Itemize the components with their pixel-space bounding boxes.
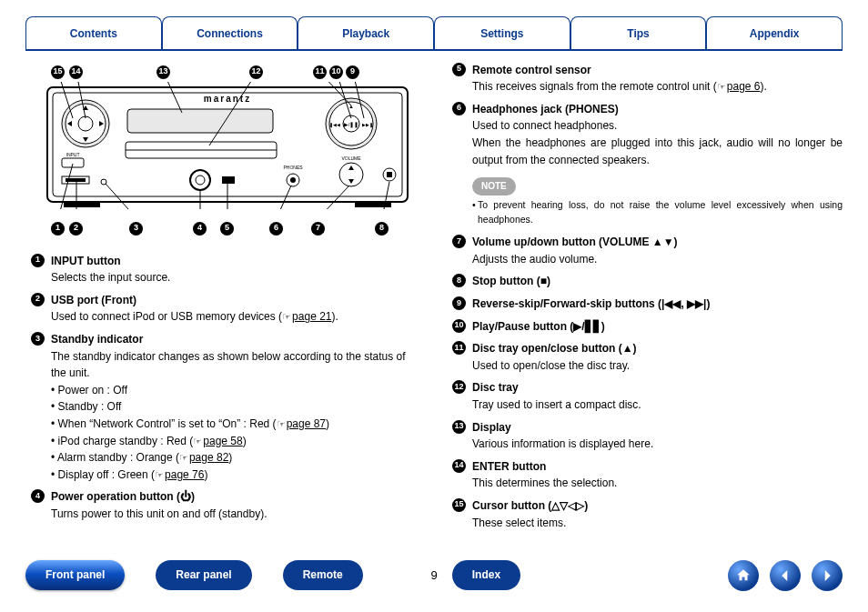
callout-13: 13: [156, 65, 170, 79]
tab-contents[interactable]: Contents: [25, 16, 162, 49]
pageref-58[interactable]: page 58: [193, 435, 242, 447]
entry-9: 9 Reverse-skip/Forward-skip buttons (|◀◀…: [447, 296, 843, 313]
pageref-6[interactable]: page 6: [717, 80, 761, 93]
prev-icon[interactable]: [770, 560, 801, 591]
entry-6: 6 Headphones jack (PHONES) Used to conne…: [447, 101, 843, 168]
callout-6: 6: [269, 222, 283, 236]
tab-appendix[interactable]: Appendix: [706, 16, 843, 49]
callout-15: 15: [51, 65, 65, 79]
bottom-bar: Front panel Rear panel Remote 9 Index: [25, 560, 843, 590]
callout-3: 3: [129, 222, 143, 236]
entry-13: 13 Display Various information is displa…: [447, 419, 843, 453]
svg-text:▶/❚❚: ▶/❚❚: [344, 122, 359, 128]
tab-connections[interactable]: Connections: [162, 16, 298, 49]
right-column: 5 Remote control sensor This receives si…: [447, 62, 843, 537]
entry-3: 3 Standby indicator The standby indicato…: [25, 331, 421, 483]
left-column: 15 14 13 12 11 10 9 marantz: [25, 62, 421, 537]
svg-text:❚◀◀: ❚◀◀: [329, 122, 340, 128]
callout-1: 1: [51, 222, 65, 236]
svg-text:▶▶❚: ▶▶❚: [362, 122, 373, 128]
entry-11: 11 Disc tray open/close button (▲) Used …: [447, 340, 843, 374]
pageref-21[interactable]: page 21: [282, 310, 331, 323]
next-icon[interactable]: [812, 560, 843, 591]
callout-8: 8: [375, 222, 389, 236]
pageref-82[interactable]: page 82: [179, 451, 228, 464]
callout-5: 5: [220, 222, 234, 236]
callout-11: 11: [313, 65, 327, 79]
svg-rect-4: [127, 109, 273, 133]
callout-9: 9: [346, 65, 359, 79]
callout-4: 4: [193, 222, 207, 236]
svg-point-23: [290, 177, 296, 183]
entry-7: 7 Volume up/down button (VOLUME ▲▼) Adju…: [447, 234, 843, 267]
svg-text:INPUT: INPUT: [66, 152, 80, 157]
svg-text:PHONES: PHONES: [283, 165, 303, 170]
home-icon[interactable]: [728, 560, 759, 591]
nav-index[interactable]: Index: [452, 560, 520, 590]
entry-5: 5 Remote control sensor This receives si…: [447, 62, 843, 95]
tab-settings[interactable]: Settings: [434, 16, 570, 49]
svg-rect-14: [62, 158, 84, 167]
nav-front-panel[interactable]: Front panel: [25, 560, 125, 590]
svg-rect-2: [64, 202, 100, 207]
entry-4: 4 Power operation button (⏻) Turns power…: [25, 488, 421, 522]
svg-point-19: [190, 170, 210, 190]
note-label: NOTE: [472, 177, 516, 196]
tab-tips[interactable]: Tips: [570, 16, 707, 49]
svg-rect-3: [355, 202, 391, 207]
entry-14: 14 ENTER button This determines the sele…: [447, 458, 843, 492]
svg-rect-37: [387, 172, 392, 177]
entry-12: 12 Disc tray Tray used to insert a compa…: [447, 379, 843, 413]
nav-remote[interactable]: Remote: [283, 560, 363, 590]
callout-12: 12: [249, 65, 263, 79]
page-number: 9: [430, 567, 437, 585]
svg-text:▲: ▲: [348, 104, 354, 109]
tab-playback[interactable]: Playback: [298, 16, 434, 49]
top-tabs: Contents Connections Playback Settings T…: [25, 16, 843, 51]
svg-text:VOLUME: VOLUME: [341, 156, 361, 161]
nav-rear-panel[interactable]: Rear panel: [156, 560, 251, 590]
entry-2: 2 USB port (Front) Used to connect iPod …: [25, 292, 421, 326]
pageref-76[interactable]: page 76: [155, 468, 204, 481]
callout-10: 10: [329, 65, 343, 79]
entry-10: 10 Play/Pause button (▶/▋▋): [447, 318, 843, 336]
pageref-87[interactable]: page 87: [277, 417, 326, 430]
svg-rect-21: [222, 176, 235, 184]
entry-1: 1 INPUT button Selects the input source.: [25, 253, 421, 286]
device-diagram: marantz INPUT: [45, 82, 409, 209]
callout-7: 7: [311, 222, 325, 236]
brand-label: marantz: [204, 94, 251, 104]
callout-2: 2: [69, 222, 83, 236]
note-text: To prevent hearing loss, do not raise th…: [447, 197, 843, 227]
entry-15: 15 Cursor button (△▽◁▷) These select ite…: [447, 497, 843, 531]
svg-point-9: [78, 116, 93, 131]
callout-14: 14: [69, 65, 83, 79]
entry-8: 8 Stop button (■): [447, 273, 843, 290]
